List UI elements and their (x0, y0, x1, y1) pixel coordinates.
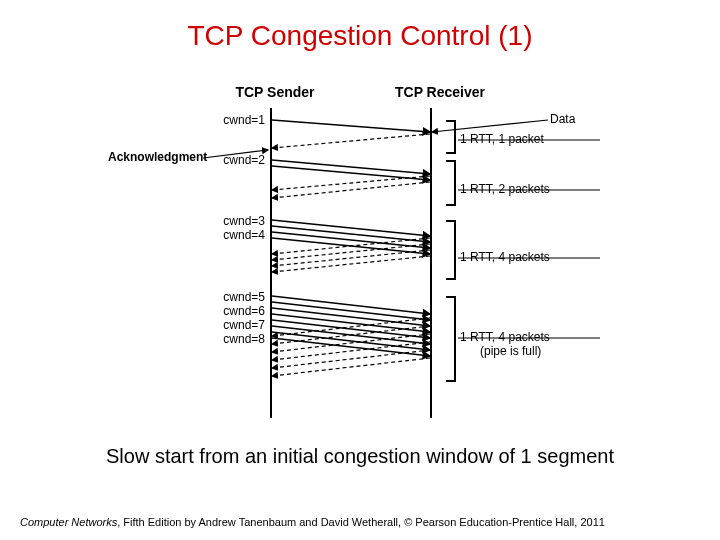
svg-line-29 (272, 358, 430, 376)
label-cwnd-8: cwnd=8 (215, 332, 265, 346)
slow-start-diagram: TCP Sender TCP Receiver (60, 80, 660, 420)
label-cwnd-1: cwnd=1 (215, 113, 265, 127)
footer-book-title: Computer Networks (20, 516, 117, 528)
label-cwnd-5: cwnd=5 (215, 290, 265, 304)
page-title: TCP Congestion Control (1) (0, 20, 720, 52)
svg-line-2 (272, 120, 430, 132)
label-rtt-1: 1 RTT, 1 packet (460, 132, 544, 146)
label-rtt-3: 1 RTT, 4 packets (460, 250, 550, 264)
footer-citation: Computer Networks, Fifth Edition by Andr… (20, 516, 605, 528)
svg-line-6 (272, 176, 430, 190)
svg-line-27 (272, 342, 430, 360)
label-acknowledgment: Acknowledgment (108, 150, 207, 164)
footer-text: , Fifth Edition by Andrew Tanenbaum and … (117, 516, 605, 528)
svg-line-3 (272, 134, 430, 148)
svg-line-4 (272, 160, 430, 174)
label-rtt-2: 1 RTT, 2 packets (460, 182, 550, 196)
svg-line-24 (272, 318, 430, 336)
label-cwnd-4: cwnd=4 (215, 228, 265, 242)
rtt-bracket-3 (446, 220, 456, 280)
rtt-bracket-1 (446, 120, 456, 154)
svg-line-7 (272, 182, 430, 198)
label-rtt-4b: (pipe is full) (480, 344, 541, 358)
rtt-bracket-2 (446, 160, 456, 206)
svg-line-28 (272, 350, 430, 368)
label-cwnd-6: cwnd=6 (215, 304, 265, 318)
label-rtt-4a: 1 RTT, 4 packets (460, 330, 550, 344)
label-cwnd-3: cwnd=3 (215, 214, 265, 228)
svg-line-26 (272, 334, 430, 352)
message-arrows (60, 80, 660, 420)
rtt-bracket-4 (446, 296, 456, 382)
label-cwnd-7: cwnd=7 (215, 318, 265, 332)
label-data: Data (550, 112, 575, 126)
label-cwnd-2: cwnd=2 (215, 153, 265, 167)
figure-caption: Slow start from an initial congestion wi… (0, 445, 720, 468)
